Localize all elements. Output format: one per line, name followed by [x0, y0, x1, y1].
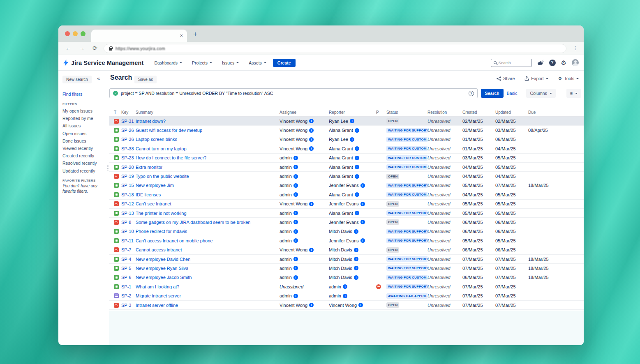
create-button[interactable]: Create [273, 59, 296, 67]
user-info-icon[interactable]: i [343, 294, 347, 298]
table-row[interactable]: SP-10Phone redirect for mdavisadminiMitc… [109, 227, 584, 236]
user-info-icon[interactable]: i [355, 211, 359, 215]
user-info-icon[interactable]: i [293, 294, 298, 298]
user-info-icon[interactable]: i [293, 156, 298, 160]
user-info-icon[interactable]: i [309, 202, 314, 206]
column-header-status[interactable]: Status [386, 110, 427, 115]
nav-dashboards[interactable]: Dashboards [154, 60, 182, 65]
browser-tab[interactable]: × [91, 30, 187, 42]
sidebar-item-viewed-recently[interactable]: Viewed recently [62, 145, 97, 152]
forward-icon[interactable]: → [79, 45, 85, 51]
issue-key-link[interactable]: SP-31 [121, 119, 134, 124]
user-info-icon[interactable]: i [360, 238, 365, 243]
user-info-icon[interactable]: i [360, 183, 365, 188]
user-info-icon[interactable]: i [360, 220, 365, 224]
table-row[interactable]: SP-13The printer is not workingadminiAla… [109, 209, 584, 218]
user-info-icon[interactable]: i [293, 165, 298, 169]
column-header-assignee[interactable]: Assignee [280, 110, 329, 115]
issue-summary-link[interactable]: Can't see Intranet [136, 201, 171, 206]
issue-summary-link[interactable]: Intranet down? [136, 119, 166, 124]
window-close-button[interactable] [65, 31, 70, 36]
back-icon[interactable]: ← [65, 45, 71, 51]
issue-summary-link[interactable]: Intranet server offline [136, 303, 178, 308]
jql-input[interactable]: ✓ project = SP AND resolution = Unresolv… [109, 88, 478, 98]
issue-key-link[interactable]: SP-2 [121, 293, 131, 298]
user-info-icon[interactable]: i [355, 192, 359, 197]
column-header-summary[interactable]: Summary [136, 110, 280, 115]
table-row[interactable]: SP-2Migrate intranet serveradminiadminiA… [109, 291, 584, 300]
find-filters-link[interactable]: Find filters [62, 92, 82, 97]
issue-key-link[interactable]: SP-23 [121, 155, 134, 160]
jira-logo[interactable]: Jira Service Management [63, 60, 143, 66]
table-row[interactable]: SP-7Cannot access intranetVincent WongiM… [109, 245, 584, 254]
user-info-icon[interactable]: i [293, 275, 298, 280]
issue-key-link[interactable]: SP-18 [121, 192, 134, 197]
table-row[interactable]: SP-12Can't see IntranetVincent WongiJenn… [109, 200, 584, 209]
sidebar-item-resolved-recently[interactable]: Resolved recently [62, 159, 97, 167]
nav-projects[interactable]: Projects [192, 60, 212, 65]
sidebar-item-done-issues[interactable]: Done issues [62, 137, 97, 145]
user-info-icon[interactable]: i [350, 119, 354, 123]
sidebar-item-open-issues[interactable]: Open issues [62, 130, 97, 137]
user-info-icon[interactable]: i [354, 229, 358, 234]
user-info-icon[interactable]: i [293, 211, 298, 215]
issue-summary-link[interactable]: Laptop screen blinks [136, 137, 177, 142]
user-info-icon[interactable]: i [358, 303, 363, 307]
column-header-reporter[interactable]: Reporter [329, 110, 376, 115]
table-row[interactable]: SP-15New employee JimadminiJennifer Evan… [109, 181, 584, 190]
table-row[interactable]: SP-26Guest wifi access for dev meetupVin… [109, 126, 584, 135]
column-header-updated[interactable]: Updated [495, 110, 528, 115]
user-info-icon[interactable]: i [360, 202, 365, 206]
issue-summary-link[interactable]: IDE licenses [136, 192, 161, 197]
user-info-icon[interactable]: i [293, 238, 298, 243]
sidebar-item-created-recently[interactable]: Created recently [62, 152, 97, 159]
user-info-icon[interactable]: i [355, 128, 359, 133]
sidebar-resize-handle[interactable] [107, 164, 109, 171]
help-icon[interactable]: ? [549, 60, 556, 66]
user-info-icon[interactable]: i [293, 174, 298, 179]
issue-summary-link[interactable]: New employee Jacob Smith [136, 275, 192, 280]
window-zoom-button[interactable] [81, 31, 85, 36]
user-info-icon[interactable]: i [354, 248, 358, 252]
user-info-icon[interactable]: i [293, 220, 298, 224]
column-header-due[interactable]: Due [528, 110, 584, 115]
table-row[interactable]: SP-23How do I connect to the file server… [109, 154, 584, 163]
table-row[interactable]: SP-18IDE licensesadminiAlana GrantiWAITI… [109, 190, 584, 199]
issue-key-link[interactable]: SP-26 [121, 128, 134, 133]
user-info-icon[interactable]: i [293, 192, 298, 197]
user-info-icon[interactable]: i [355, 174, 359, 179]
issue-key-link[interactable]: SP-5 [121, 266, 131, 271]
user-info-icon[interactable]: i [350, 137, 354, 142]
issue-summary-link[interactable]: What am I looking at? [136, 284, 179, 289]
header-search-input[interactable]: Search [491, 59, 532, 67]
issue-key-link[interactable]: SP-3 [121, 303, 131, 308]
issue-key-link[interactable]: SP-20 [121, 165, 134, 170]
user-info-icon[interactable]: i [354, 266, 358, 270]
user-info-icon[interactable]: i [355, 165, 359, 169]
new-tab-button[interactable]: + [193, 30, 197, 38]
issue-summary-link[interactable]: New employee Jim [136, 183, 174, 188]
user-info-icon[interactable]: i [343, 284, 347, 289]
issue-key-link[interactable]: SP-1 [121, 284, 131, 289]
sidebar-item-updated-recently[interactable]: Updated recently [62, 167, 97, 175]
issue-key-link[interactable]: SP-13 [121, 211, 134, 216]
user-avatar[interactable] [572, 59, 579, 66]
user-info-icon[interactable]: i [354, 275, 358, 280]
user-info-icon[interactable]: i [309, 248, 314, 252]
table-row[interactable]: SP-5New employee Ryan SilvaadminiMitch D… [109, 264, 584, 273]
table-row[interactable]: SP-11Can't access Intranet on mobile pho… [109, 236, 584, 245]
column-header-resolution[interactable]: Resolution [427, 110, 462, 115]
nav-assets[interactable]: Assets [249, 60, 266, 65]
table-row[interactable]: SP-3Intranet server offlineVincent Wongi… [109, 301, 584, 310]
basic-mode-link[interactable]: Basic [507, 91, 518, 96]
user-info-icon[interactable]: i [293, 257, 298, 261]
column-header-p[interactable]: P [376, 110, 386, 115]
issue-key-link[interactable]: SP-19 [121, 174, 134, 179]
issue-key-link[interactable]: SP-6 [121, 275, 131, 280]
user-info-icon[interactable]: i [293, 266, 298, 270]
tab-close-icon[interactable]: × [180, 32, 183, 39]
table-row[interactable]: SP-6New employee Jacob SmithadminiMitch … [109, 273, 584, 282]
table-row[interactable]: SP-19Typo on the public websiteadminiAla… [109, 172, 584, 181]
columns-button[interactable]: Columns [526, 89, 555, 98]
issue-key-link[interactable]: SP-38 [121, 146, 134, 151]
